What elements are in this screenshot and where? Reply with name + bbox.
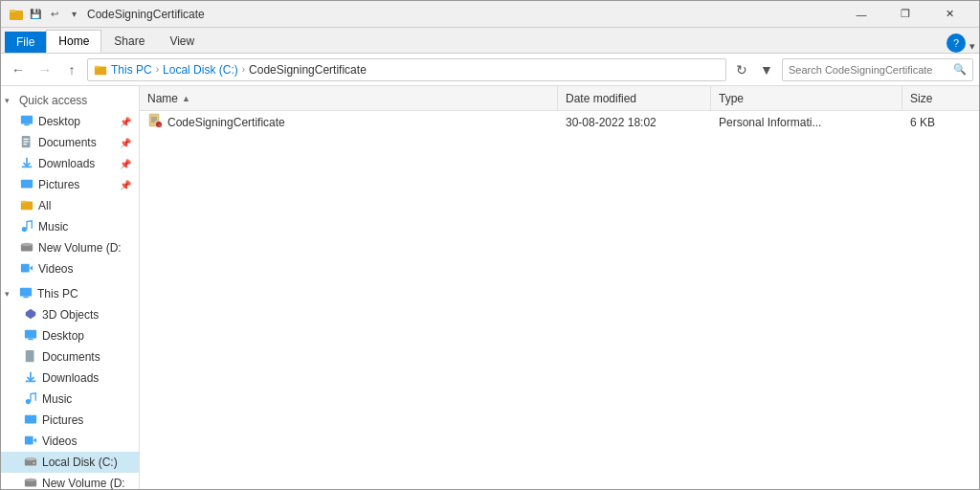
up-button[interactable]: ↑: [60, 58, 83, 81]
maximize-button[interactable]: ❐: [883, 1, 927, 28]
address-bar[interactable]: This PC › Local Disk (C:) › CodeSigningC…: [87, 58, 726, 81]
file-size-cell: 6 KB: [902, 116, 979, 129]
svg-rect-1: [10, 10, 15, 12]
svg-rect-5: [24, 123, 29, 125]
address-dropdown[interactable]: ▼: [755, 58, 778, 81]
pin-icon: 📌: [120, 117, 131, 127]
3dobjects-icon: [24, 307, 37, 323]
forward-button[interactable]: →: [33, 58, 56, 81]
file-name: CodeSigningCertificate: [167, 116, 285, 129]
undo-quick-btn[interactable]: ↩: [47, 7, 62, 22]
sidebar-item-pictures-qa[interactable]: Pictures 📌: [1, 174, 139, 195]
documents-icon-pc: [24, 349, 37, 366]
file-name-cell: ✓ CodeSigningCertificate: [140, 113, 558, 131]
file-type: Personal Informati...: [719, 116, 821, 129]
col-type[interactable]: Type: [711, 86, 902, 110]
close-button[interactable]: ✕: [927, 1, 971, 28]
sep1: ›: [156, 64, 159, 75]
file-type-cell: Personal Informati...: [711, 116, 902, 129]
sidebar-item-downloads-qa[interactable]: Downloads 📌: [1, 153, 139, 174]
title-bar-left: 💾 ↩ ▾ CodeSigningCertificate: [9, 7, 205, 22]
sidebar-item-all[interactable]: All: [1, 195, 139, 216]
svg-marker-18: [30, 265, 33, 270]
svg-rect-13: [21, 200, 26, 203]
sidebar-label-newvol-qa: New Volume (D:: [38, 241, 122, 255]
svg-rect-27: [25, 414, 36, 423]
pin-icon-pics: 📌: [120, 180, 131, 190]
tab-file[interactable]: File: [5, 32, 46, 53]
col-date[interactable]: Date modified: [558, 86, 711, 110]
sidebar-item-music-pc[interactable]: Music: [1, 389, 139, 410]
sidebar-label-all: All: [38, 199, 51, 212]
sidebar-item-localdisk[interactable]: Local Disk (C:): [1, 452, 139, 473]
help-button[interactable]: ?: [947, 33, 966, 53]
refresh-button[interactable]: ↻: [730, 58, 753, 81]
sep2: ›: [242, 64, 245, 75]
col-type-label: Type: [719, 92, 744, 105]
sidebar-label-videos-pc: Videos: [42, 434, 77, 448]
tab-home[interactable]: Home: [46, 30, 101, 53]
tab-share[interactable]: Share: [101, 30, 157, 53]
sidebar-label-music-qa: Music: [38, 220, 68, 234]
tab-view[interactable]: View: [157, 30, 207, 53]
sidebar-item-pictures-pc[interactable]: Pictures: [1, 410, 139, 431]
sidebar: ▾ Quick access Desktop 📌 Documents 📌 Dow…: [1, 86, 140, 490]
sidebar-item-documents-qa[interactable]: Documents 📌: [1, 132, 139, 153]
svg-rect-17: [21, 263, 30, 272]
svg-point-34: [25, 478, 36, 481]
svg-rect-19: [20, 287, 32, 296]
svg-point-16: [21, 242, 33, 246]
table-row[interactable]: ✓ CodeSigningCertificate 30-08-2022 18:0…: [140, 111, 979, 134]
svg-rect-11: [21, 179, 33, 188]
ribbon: File Home Share View ? ▾: [1, 28, 979, 54]
sidebar-item-3dobjects[interactable]: 3D Objects: [1, 304, 139, 325]
svg-marker-29: [33, 437, 37, 442]
sidebar-item-videos-pc[interactable]: Videos: [1, 431, 139, 452]
save-quick-btn[interactable]: 💾: [28, 7, 43, 22]
svg-point-31: [25, 457, 36, 460]
nav-bar: ← → ↑ This PC › Local Disk (C:) › CodeSi…: [1, 54, 979, 86]
sidebar-item-desktop-pc[interactable]: Desktop: [1, 325, 139, 346]
sidebar-item-downloads-pc[interactable]: Downloads: [1, 368, 139, 389]
search-input[interactable]: [789, 64, 949, 76]
file-date: 30-08-2022 18:02: [566, 116, 657, 129]
col-date-label: Date modified: [566, 92, 636, 105]
window-title: CodeSigningCertificate: [87, 8, 205, 21]
downloads-icon-pc: [24, 370, 37, 387]
sidebar-item-newvol-pc[interactable]: New Volume (D:: [1, 473, 139, 490]
search-box[interactable]: 🔍: [782, 58, 973, 81]
this-pc-header[interactable]: ▾ This PC: [1, 283, 139, 304]
this-pc-icon: [19, 286, 33, 302]
column-headers: Name ▲ Date modified Type Size: [140, 86, 979, 111]
sidebar-item-desktop-qa[interactable]: Desktop 📌: [1, 111, 139, 132]
sidebar-item-newvol-qa[interactable]: New Volume (D:: [1, 237, 139, 258]
svg-rect-22: [25, 329, 36, 338]
sidebar-label-localdisk: Local Disk (C:): [42, 456, 118, 469]
minimize-button[interactable]: —: [839, 1, 883, 28]
col-size-label: Size: [910, 92, 932, 105]
desktop-icon: [20, 114, 33, 130]
svg-point-32: [33, 461, 35, 463]
quick-access-toolbar: 💾 ↩ ▾: [9, 7, 81, 22]
quick-access-header[interactable]: ▾ Quick access: [1, 90, 139, 111]
address-local-disk[interactable]: Local Disk (C:): [163, 63, 238, 77]
desktop-icon-pc: [24, 328, 37, 345]
search-icon: 🔍: [953, 63, 967, 76]
address-this-pc[interactable]: This PC: [111, 63, 152, 77]
back-button[interactable]: ←: [7, 58, 30, 81]
col-name[interactable]: Name ▲: [140, 86, 558, 110]
sort-arrow: ▲: [182, 94, 190, 103]
svg-point-14: [22, 226, 27, 231]
videos-icon-pc: [24, 434, 37, 450]
address-folder-icon: [94, 63, 107, 77]
pin-icon-docs: 📌: [120, 138, 131, 148]
window-controls: — ❐ ✕: [839, 1, 971, 28]
col-size[interactable]: Size: [902, 86, 979, 110]
sidebar-label-videos-qa: Videos: [38, 262, 73, 276]
sidebar-item-documents-pc[interactable]: Documents: [1, 346, 139, 368]
customize-quick-btn[interactable]: ▾: [66, 7, 81, 22]
sidebar-label-desktop-pc: Desktop: [42, 329, 84, 343]
sidebar-item-music-qa[interactable]: Music: [1, 216, 139, 237]
ribbon-toggle[interactable]: ▾: [969, 40, 975, 53]
sidebar-item-videos-qa[interactable]: Videos: [1, 258, 139, 279]
